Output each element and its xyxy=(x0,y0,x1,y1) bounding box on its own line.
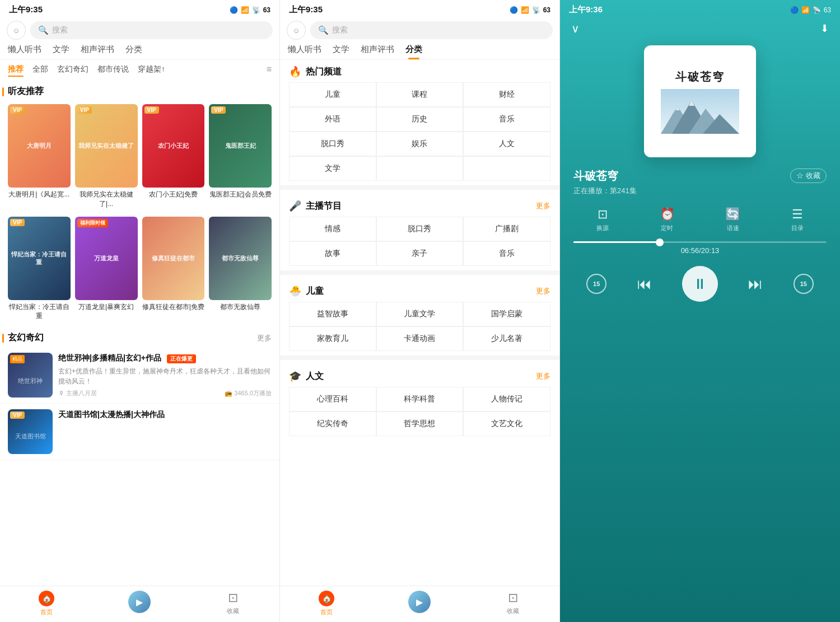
cat-music[interactable]: 音乐 xyxy=(463,107,550,132)
tab-pingshuo-2[interactable]: 相声评书 xyxy=(361,44,394,59)
search-input-1[interactable]: 🔍 搜索 xyxy=(30,21,273,39)
hot-channels-title: 热门频道 xyxy=(306,66,342,78)
cat-entertainment[interactable]: 娱乐 xyxy=(376,132,464,156)
cat-empty1 xyxy=(376,156,464,181)
book-7[interactable]: 修真狂徒在都市 修真狂徒在都市|免费 xyxy=(142,217,205,321)
nav-collect-2[interactable]: ⊡ 收藏 xyxy=(466,586,559,622)
cat-science[interactable]: 科学科普 xyxy=(376,387,464,411)
tab-wenxue-2[interactable]: 文学 xyxy=(333,44,349,59)
humanities-more[interactable]: 更多 xyxy=(536,371,550,381)
cat-finance[interactable]: 财经 xyxy=(463,82,550,107)
subtab-chuanyue[interactable]: 穿越架↑ xyxy=(138,64,165,74)
book-4[interactable]: 鬼医郡王妃 VIP 鬼医郡王妃|会员免费 xyxy=(209,104,272,209)
cat-childLit[interactable]: 儿童文学 xyxy=(376,302,464,326)
anchor-more[interactable]: 更多 xyxy=(536,201,550,211)
search-input-2[interactable]: 🔍 搜索 xyxy=(310,21,553,39)
cat-children[interactable]: 儿童 xyxy=(289,82,376,107)
cat-standup[interactable]: 脱口秀 xyxy=(289,132,376,156)
vip-badge: VIP xyxy=(10,106,25,114)
list-item-2[interactable]: VIP 天道图书馆 天道图书馆|太漫热播|大神作品 xyxy=(0,404,279,460)
cat-story[interactable]: 故事 xyxy=(289,241,376,266)
nav-collect-1[interactable]: ⊡ 收藏 xyxy=(186,586,279,622)
ctrl-timer[interactable]: ⏰ 定时 xyxy=(660,207,675,232)
battery-label-2: 63 xyxy=(543,6,550,14)
cat-guoxue[interactable]: 国学启蒙 xyxy=(463,302,550,326)
tab-fenlei-2[interactable]: 分类 xyxy=(405,44,422,59)
nav-play-1[interactable]: ▶ xyxy=(93,586,186,622)
anchor-title: 主播节目 xyxy=(306,200,342,212)
play-pause-btn[interactable]: ⏸ xyxy=(682,266,718,302)
cat-philosophy[interactable]: 哲学思想 xyxy=(376,411,464,436)
ctrl-speed[interactable]: 🔄 语速 xyxy=(725,207,740,232)
status-icons-1: 🔵 📶 📡 63 xyxy=(230,6,270,14)
avatar-2[interactable]: ☺ xyxy=(287,21,306,40)
tab-fenlei[interactable]: 分类 xyxy=(125,44,142,59)
book-1[interactable]: 大唐明月 VIP 大唐明月|《风起宽... xyxy=(8,104,71,209)
book-grid-row2: 悍妃当家：冷王请自重 VIP 悍妃当家：冷王请自重 万道龙皇 福利限时领 万道龙… xyxy=(0,213,279,326)
progress-thumb[interactable] xyxy=(656,238,664,246)
book-8[interactable]: 都市无敌仙尊 都市无敌仙尊 xyxy=(209,217,272,321)
tab-wenxue[interactable]: 文学 xyxy=(53,44,69,59)
ctrl-source[interactable]: ⊡ 换源 xyxy=(596,207,609,232)
avatar-1[interactable]: ☺ xyxy=(7,21,26,40)
progress-bar[interactable] xyxy=(573,241,827,243)
children-more[interactable]: 更多 xyxy=(536,286,550,296)
cat-radio-drama[interactable]: 广播剧 xyxy=(463,217,550,241)
cat-foreign[interactable]: 外语 xyxy=(289,107,376,132)
menu-icon[interactable]: ≡ xyxy=(267,64,272,74)
cat-psych[interactable]: 心理百科 xyxy=(289,387,376,411)
cat-cartoon[interactable]: 卡通动画 xyxy=(376,326,464,351)
next-btn[interactable]: ⏭ xyxy=(748,275,763,293)
book-5[interactable]: 悍妃当家：冷王请自重 VIP 悍妃当家：冷王请自重 xyxy=(8,217,71,321)
skip-back-btn[interactable]: 15 xyxy=(586,274,606,294)
cat-emotion[interactable]: 情感 xyxy=(289,217,376,241)
cat-course[interactable]: 课程 xyxy=(376,82,464,107)
collapse-btn[interactable]: ∨ xyxy=(571,22,580,35)
subtab-quanbu[interactable]: 全部 xyxy=(32,64,48,74)
cat-literature[interactable]: 文学 xyxy=(289,156,376,181)
cat-artCulture[interactable]: 文艺文化 xyxy=(463,411,550,436)
nav-home-1[interactable]: 🏠 首页 xyxy=(0,586,93,622)
fav-btn[interactable]: ☆ 收藏 xyxy=(790,169,827,183)
prev-btn[interactable]: ⏮ xyxy=(637,275,652,293)
panel-home: 上午9:35 🔵 📶 📡 63 ☺ 🔍 搜索 懒人听书 文学 相声评书 分类 推… xyxy=(0,0,280,622)
nav-tabs-2: 懒人听书 文学 相声评书 分类 xyxy=(280,44,559,60)
nav-play-2[interactable]: ▶ xyxy=(373,586,466,622)
limited-badge: 福利限时领 xyxy=(77,219,108,227)
more-xuanhuan[interactable]: 更多 xyxy=(257,333,272,343)
book-2[interactable]: 我师兄实在太稳健了 VIP 我师兄实在太稳健了|... xyxy=(75,104,138,209)
list-item-1[interactable]: 精品 绝世邪神 绝世邪神|多播精品|玄幻+作品 正在爆更 玄幻+优质作品！重生异… xyxy=(0,347,279,404)
list-info-1: 绝世邪神|多播精品|玄幻+作品 正在爆更 玄幻+优质作品！重生异世，施展神奇丹术… xyxy=(58,353,272,397)
subtab-xuanhuan[interactable]: 玄幻奇幻 xyxy=(57,64,88,74)
cat-standup2[interactable]: 脱口秀 xyxy=(376,217,464,241)
search-icon-1: 🔍 xyxy=(38,25,49,35)
cat-youngBooks[interactable]: 少儿名著 xyxy=(463,326,550,351)
cat-docuStory[interactable]: 纪实传奇 xyxy=(289,411,376,436)
cat-humanities[interactable]: 人文 xyxy=(463,132,550,156)
smiley-icon: ☺ xyxy=(12,26,20,35)
tab-liren[interactable]: 懒人听书 xyxy=(8,44,41,59)
cat-parentEdu[interactable]: 家教育儿 xyxy=(289,326,376,351)
book-title-4: 鬼医郡王妃|会员免费 xyxy=(209,190,272,199)
playing-label: 正在播放：第241集 xyxy=(573,186,637,195)
ctrl-toc[interactable]: ☰ 目录 xyxy=(791,207,804,232)
nav-home-2[interactable]: 🏠 首页 xyxy=(280,586,373,622)
download-btn[interactable]: ⬇ xyxy=(820,22,829,35)
skip-back-label: 15 xyxy=(593,280,600,287)
tab-pingshuo[interactable]: 相声评书 xyxy=(81,44,114,59)
cat-music2[interactable]: 音乐 xyxy=(463,241,550,266)
tab-liren-2[interactable]: 懒人听书 xyxy=(288,44,321,59)
book-3[interactable]: 农门小王妃 VIP 农门小王妃|免费 xyxy=(142,104,205,209)
cat-biography[interactable]: 人物传记 xyxy=(463,387,550,411)
player-signal-icon: 📶 xyxy=(801,6,810,14)
search-placeholder-1: 搜索 xyxy=(52,25,68,35)
cat-eduStory[interactable]: 益智故事 xyxy=(289,302,376,326)
subtab-dushi[interactable]: 都市传说 xyxy=(97,64,129,74)
cat-history[interactable]: 历史 xyxy=(376,107,464,132)
book-6[interactable]: 万道龙皇 福利限时领 万道龙皇|暴爽玄幻 xyxy=(75,217,138,321)
skip-forward-btn[interactable]: 15 xyxy=(794,274,814,294)
vip-badge-2: VIP xyxy=(77,106,92,114)
cat-parenting[interactable]: 亲子 xyxy=(376,241,464,266)
status-bar-1: 上午9:35 🔵 📶 📡 63 xyxy=(0,0,279,17)
subtab-tuijian[interactable]: 推荐 xyxy=(8,64,24,74)
